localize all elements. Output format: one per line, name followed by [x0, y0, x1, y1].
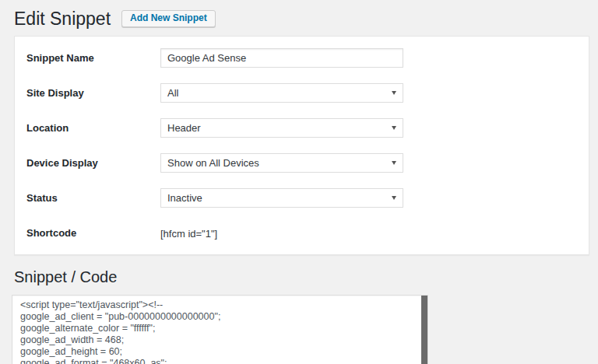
add-new-snippet-button[interactable]: Add New Snippet: [121, 10, 216, 27]
device-display-select[interactable]: Show on All Devices: [160, 153, 403, 173]
shortcode-field-wrap: [hfcm id="1"]: [160, 226, 403, 240]
form-row-location: Location Header: [15, 110, 589, 145]
site-display-field-wrap: All: [160, 83, 403, 103]
site-display-label: Site Display: [26, 87, 160, 99]
edit-snippet-page: Edit Snippet Add New Snippet Snippet Nam…: [0, 0, 598, 364]
page-header: Edit Snippet Add New Snippet: [14, 7, 589, 30]
vertical-scrollbar[interactable]: [421, 296, 427, 364]
status-field-wrap: Inactive: [160, 188, 403, 208]
shortcode-label: Shortcode: [26, 227, 160, 239]
snippet-code-editor[interactable]: <script type="text/javascript"><!-- goog…: [12, 295, 428, 364]
status-label: Status: [26, 192, 160, 204]
device-display-field-wrap: Show on All Devices: [160, 153, 403, 173]
shortcode-value: [hfcm id="1"]: [160, 228, 217, 240]
snippet-code-heading: Snippet / Code: [14, 268, 589, 286]
snippet-name-field-wrap: [160, 48, 403, 68]
snippet-name-label: Snippet Name: [26, 52, 160, 64]
device-display-label: Device Display: [26, 157, 160, 169]
snippet-name-input[interactable]: [160, 48, 403, 68]
page-title: Edit Snippet: [14, 7, 111, 30]
snippet-code-text[interactable]: <script type="text/javascript"><!-- goog…: [12, 296, 427, 364]
form-row-device-display: Device Display Show on All Devices: [15, 145, 589, 180]
status-select[interactable]: Inactive: [160, 188, 403, 208]
location-select[interactable]: Header: [160, 118, 403, 138]
site-display-select[interactable]: All: [160, 83, 403, 103]
snippet-form-panel: Snippet Name Site Display All Location: [14, 36, 589, 255]
form-row-snippet-name: Snippet Name: [15, 40, 589, 75]
form-row-shortcode: Shortcode [hfcm id="1"]: [15, 215, 589, 250]
location-field-wrap: Header: [160, 118, 403, 138]
form-row-site-display: Site Display All: [15, 75, 589, 110]
form-row-status: Status Inactive: [15, 180, 589, 215]
location-label: Location: [26, 122, 160, 134]
